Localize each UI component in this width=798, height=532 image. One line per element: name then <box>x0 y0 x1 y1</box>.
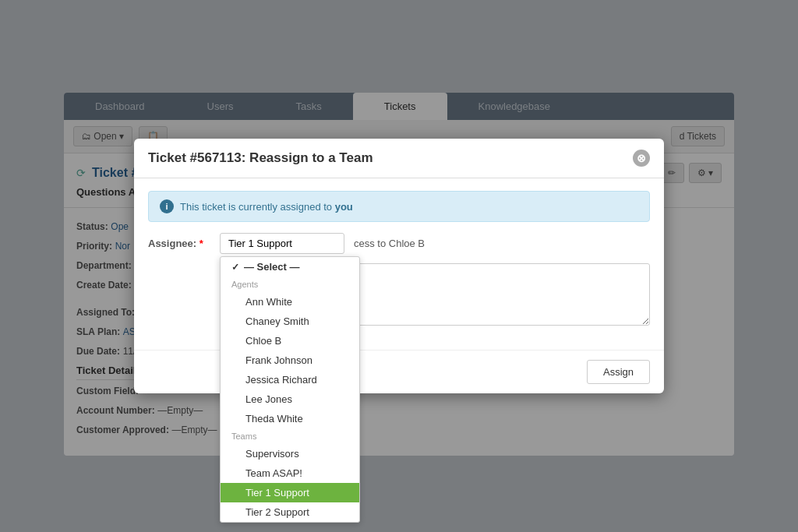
dropdown-option-select[interactable]: — Select — <box>221 257 359 277</box>
modal-footer: Assign <box>134 350 664 393</box>
required-marker: * <box>200 238 203 249</box>
notes-label <box>148 263 210 268</box>
dropdown-option-ann-white[interactable]: Ann White <box>221 292 359 312</box>
dropdown-option-supervisors[interactable]: Supervisors <box>221 444 359 463</box>
assignee-select[interactable]: Tier 1 Support <box>220 233 344 254</box>
info-banner: i This ticket is currently assigned to y… <box>148 191 650 222</box>
agents-group-label: Agents <box>221 277 359 292</box>
modal-body: i This ticket is currently assigned to y… <box>134 178 664 350</box>
modal-title: Ticket #567113: Reassign to a Team <box>148 150 373 166</box>
info-text: This ticket is currently assigned to you <box>180 201 353 213</box>
modal-dialog: Ticket #567113: Reassign to a Team ⊗ i T… <box>134 139 664 393</box>
dropdown-option-jessica-richard[interactable]: Jessica Richard <box>221 370 359 389</box>
modal-overlay: Ticket #567113: Reassign to a Team ⊗ i T… <box>0 0 798 532</box>
dropdown-option-team-asap[interactable]: Team ASAP! <box>221 463 359 483</box>
dropdown-option-tier2[interactable]: Tier 2 Support <box>221 502 359 522</box>
dropdown-option-chaney-smith[interactable]: Chaney Smith <box>221 312 359 331</box>
teams-group-label: Teams <box>221 428 359 444</box>
modal-header: Ticket #567113: Reassign to a Team ⊗ <box>134 139 664 178</box>
assignee-label: Assignee: * <box>148 233 210 249</box>
assignee-dropdown-menu: — Select — Agents Ann White Chaney Smith… <box>220 256 360 523</box>
modal-close-button[interactable]: ⊗ <box>633 150 650 167</box>
assignee-dropdown-container: Tier 1 Support — Select — Agents Ann Whi… <box>220 233 344 254</box>
dropdown-option-tier1[interactable]: Tier 1 Support <box>221 483 359 502</box>
assign-button[interactable]: Assign <box>587 360 650 384</box>
assignee-row: Assignee: * Tier 1 Support — Select — Ag… <box>148 233 650 254</box>
info-icon: i <box>160 199 174 213</box>
dropdown-option-chloe-b[interactable]: Chloe B <box>221 331 359 351</box>
dropdown-option-theda-white[interactable]: Theda White <box>221 409 359 428</box>
dropdown-option-lee-jones[interactable]: Lee Jones <box>221 389 359 409</box>
dropdown-option-frank-johnson[interactable]: Frank Johnson <box>221 351 359 370</box>
transfer-text: cess to Chloe B <box>354 233 425 249</box>
